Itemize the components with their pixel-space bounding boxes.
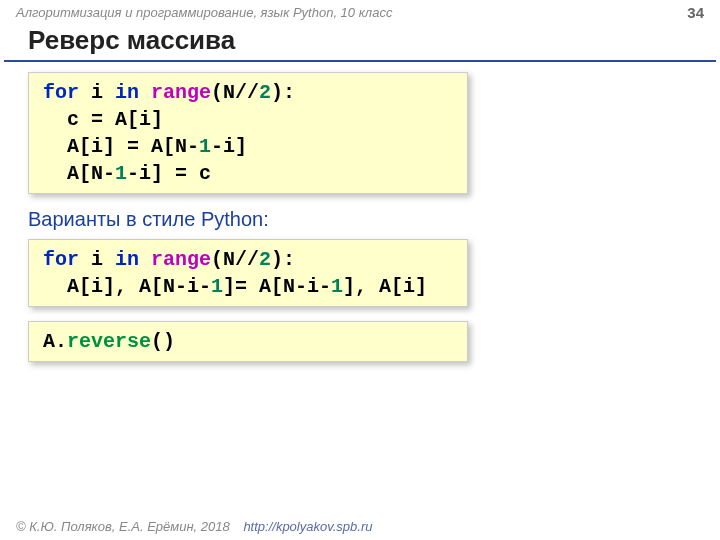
code-block-3: A.reverse() [28, 321, 468, 362]
code-line: for i in range(N//2): [43, 246, 453, 273]
code-line: A[N-1-i] = с [43, 160, 453, 187]
copyright: © К.Ю. Поляков, Е.А. Ерёмин, 2018 [16, 519, 230, 534]
title-divider [4, 60, 716, 62]
page-number: 34 [687, 4, 704, 21]
code-line: A.reverse() [43, 328, 453, 355]
footer-url: http://kpolyakov.spb.ru [243, 519, 372, 534]
slide-footer: © К.Ю. Поляков, Е.А. Ерёмин, 2018 http:/… [16, 519, 372, 534]
code-line: A[i], A[N-i-1]= A[N-i-1], A[i] [43, 273, 453, 300]
code-block-1: for i in range(N//2): с = A[i] A[i] = A[… [28, 72, 468, 194]
slide-header: Алгоритмизация и программирование, язык … [0, 0, 720, 23]
code-line: с = A[i] [43, 106, 453, 133]
slide-title: Реверс массива [0, 23, 720, 60]
subheading: Варианты в стиле Python: [28, 208, 692, 231]
slide-content: for i in range(N//2): с = A[i] A[i] = A[… [0, 72, 720, 362]
course-label: Алгоритмизация и программирование, язык … [16, 5, 392, 20]
code-line: for i in range(N//2): [43, 79, 453, 106]
code-line: A[i] = A[N-1-i] [43, 133, 453, 160]
code-block-2: for i in range(N//2): A[i], A[N-i-1]= A[… [28, 239, 468, 307]
